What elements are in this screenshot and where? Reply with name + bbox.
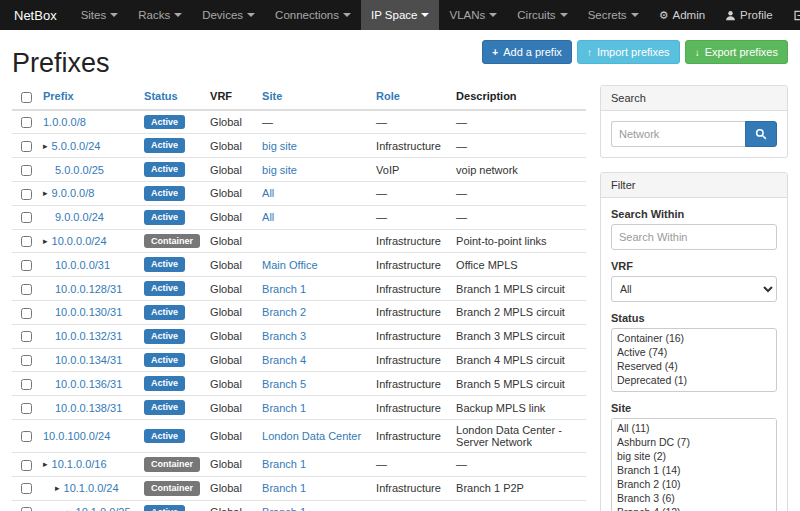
- row-checkbox[interactable]: [21, 460, 32, 471]
- table-row: 10.0.0.136/31ActiveGlobalBranch 5Infrast…: [12, 372, 586, 396]
- status-label: Status: [611, 312, 777, 324]
- site-link[interactable]: big site: [262, 140, 297, 152]
- site-cell: Branch 1: [257, 476, 371, 500]
- expand-toggle-icon[interactable]: ▸: [67, 507, 72, 511]
- row-checkbox[interactable]: [21, 431, 32, 442]
- site-link[interactable]: Branch 1: [262, 283, 306, 295]
- prefix-link[interactable]: 1.0.0.0/8: [43, 116, 86, 128]
- role-cell: VoIP: [371, 158, 451, 182]
- site-link[interactable]: Branch 4: [262, 354, 306, 366]
- nav-item-secrets[interactable]: Secrets: [578, 0, 649, 30]
- site-link[interactable]: All: [262, 187, 274, 199]
- vrf-cell: Global: [205, 300, 257, 324]
- vrf-select[interactable]: All: [611, 276, 777, 302]
- prefix-link[interactable]: 10.0.0.0/24: [52, 235, 107, 247]
- nav-item-vlans[interactable]: VLANs: [439, 0, 507, 30]
- prefix-link[interactable]: 9.0.0.0/24: [55, 211, 104, 223]
- description-cell: voip network: [451, 158, 586, 182]
- site-link[interactable]: big site: [262, 164, 297, 176]
- export-prefixes-button[interactable]: ↓ Export prefixes: [685, 40, 788, 64]
- search-input[interactable]: [611, 121, 745, 147]
- role-cell: —: [371, 181, 451, 205]
- site-cell: big site: [257, 134, 371, 158]
- prefix-link[interactable]: 10.0.0.130/31: [55, 306, 122, 318]
- row-checkbox[interactable]: [21, 507, 32, 511]
- expand-toggle-icon[interactable]: ▸: [43, 141, 48, 151]
- site-select[interactable]: All (11)Ashburn DC (7)big site (2)Branch…: [611, 418, 777, 511]
- search-button[interactable]: [745, 121, 777, 147]
- expand-toggle-icon[interactable]: ▸: [55, 483, 60, 493]
- logout-link[interactable]: Log out: [783, 0, 800, 30]
- expand-toggle-icon[interactable]: ▸: [43, 236, 48, 246]
- prefix-link[interactable]: 5.0.0.0/25: [55, 164, 104, 176]
- row-checkbox[interactable]: [21, 165, 32, 176]
- prefix-link[interactable]: 10.0.0.132/31: [55, 330, 122, 342]
- nav-item-connections[interactable]: Connections: [265, 0, 361, 30]
- row-checkbox[interactable]: [21, 212, 32, 223]
- site-link[interactable]: Branch 1: [262, 402, 306, 414]
- add-prefix-button[interactable]: + Add a prefix: [482, 40, 572, 64]
- prefix-link[interactable]: 10.0.0.134/31: [55, 354, 122, 366]
- row-checkbox[interactable]: [21, 331, 32, 342]
- site-link[interactable]: London Data Center: [262, 430, 361, 442]
- row-checkbox[interactable]: [21, 483, 32, 494]
- description-cell: Branch 4 MPLS circuit: [451, 348, 586, 372]
- row-checkbox[interactable]: [21, 141, 32, 152]
- prefix-link[interactable]: 10.0.0.138/31: [55, 402, 122, 414]
- vrf-cell: Global: [205, 229, 257, 253]
- nav-item-ip-space[interactable]: IP Space: [361, 0, 439, 30]
- prefix-link[interactable]: 10.0.100.0/24: [43, 430, 110, 442]
- row-checkbox[interactable]: [21, 379, 32, 390]
- prefix-link[interactable]: 9.0.0.0/8: [52, 187, 95, 199]
- table-row: 10.0.0.132/31ActiveGlobalBranch 3Infrast…: [12, 324, 586, 348]
- expand-toggle-icon[interactable]: ▸: [43, 459, 48, 469]
- prefix-link[interactable]: 10.0.0.136/31: [55, 378, 122, 390]
- prefix-link[interactable]: 10.0.0.128/31: [55, 283, 122, 295]
- row-checkbox[interactable]: [21, 308, 32, 319]
- table-row: ▸5.0.0.0/24ActiveGlobalbig siteInfrastru…: [12, 134, 586, 158]
- site-link[interactable]: Branch 5: [262, 378, 306, 390]
- nav-item-sites[interactable]: Sites: [71, 0, 129, 30]
- profile-link[interactable]: Profile: [715, 0, 783, 30]
- column-header-prefix[interactable]: Prefix: [43, 90, 74, 102]
- app-logo[interactable]: NetBox: [0, 0, 71, 30]
- site-link[interactable]: Branch 2: [262, 306, 306, 318]
- row-checkbox[interactable]: [21, 284, 32, 295]
- column-header-role[interactable]: Role: [376, 90, 400, 102]
- row-checkbox[interactable]: [21, 403, 32, 414]
- prefix-link[interactable]: 10.1.0.0/16: [52, 458, 107, 470]
- import-prefixes-button[interactable]: ↑ Import prefixes: [577, 40, 680, 64]
- site-link[interactable]: Main Office: [262, 259, 317, 271]
- site-link[interactable]: Branch 3: [262, 330, 306, 342]
- nav-item-circuits[interactable]: Circuits: [507, 0, 577, 30]
- role-cell: Infrastructure: [371, 134, 451, 158]
- prefix-link[interactable]: 10.1.0.0/24: [64, 482, 119, 494]
- prefix-link[interactable]: 10.0.0.0/31: [55, 259, 110, 271]
- table-row: ▸10.0.0.0/24ContainerGlobalInfrastructur…: [12, 229, 586, 253]
- column-header-status[interactable]: Status: [144, 90, 178, 102]
- row-checkbox[interactable]: [21, 189, 32, 200]
- select-all-checkbox[interactable]: [21, 92, 32, 103]
- search-within-input[interactable]: [611, 224, 777, 250]
- row-checkbox[interactable]: [21, 260, 32, 271]
- status-select[interactable]: Container (16)Active (74)Reserved (4)Dep…: [611, 328, 777, 392]
- site-link[interactable]: Branch 1: [262, 458, 306, 470]
- site-link[interactable]: All: [262, 211, 274, 223]
- nav-item-racks[interactable]: Racks: [128, 0, 192, 30]
- table-row: 5.0.0.0/25ActiveGlobalbig siteVoIPvoip n…: [12, 158, 586, 182]
- row-checkbox[interactable]: [21, 117, 32, 128]
- row-checkbox[interactable]: [21, 236, 32, 247]
- role-cell: Infrastructure: [371, 300, 451, 324]
- description-cell: —: [451, 205, 586, 229]
- expand-toggle-icon[interactable]: ▸: [43, 188, 48, 198]
- prefix-link[interactable]: 5.0.0.0/24: [52, 140, 101, 152]
- add-prefix-label: Add a prefix: [503, 45, 562, 59]
- site-link[interactable]: Branch 1: [262, 506, 306, 511]
- vrf-cell: Global: [205, 158, 257, 182]
- row-checkbox[interactable]: [21, 355, 32, 366]
- nav-item-devices[interactable]: Devices: [192, 0, 265, 30]
- admin-link[interactable]: ⚙ Admin: [649, 0, 715, 30]
- site-link[interactable]: Branch 1: [262, 482, 306, 494]
- prefix-link[interactable]: 10.1.0.0/25: [76, 506, 131, 511]
- column-header-site[interactable]: Site: [262, 90, 282, 102]
